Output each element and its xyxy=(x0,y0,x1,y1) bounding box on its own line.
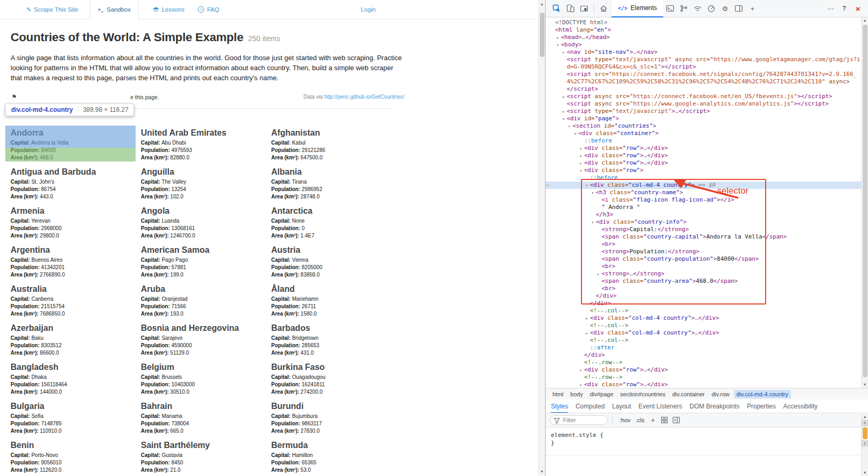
page-scrollbar-thumb[interactable] xyxy=(540,13,545,57)
expand-arrow-icon[interactable]: ▸ xyxy=(578,160,584,167)
collapse-arrow-icon[interactable]: ▾ xyxy=(584,182,590,189)
sources-icon[interactable] xyxy=(677,2,691,15)
dom-line[interactable]: ▸<div class="row">…</div> xyxy=(546,145,862,152)
scroll-down-icon[interactable]: ▼ xyxy=(862,382,868,387)
dom-line[interactable]: <br> xyxy=(546,285,862,292)
scroll-down-icon[interactable]: ▼ xyxy=(862,470,868,475)
data-source-link[interactable]: http://peric.github.io/GetCountries/ xyxy=(324,94,404,100)
devtools-scrollbar[interactable]: ▲ ▼ xyxy=(861,17,868,388)
expand-arrow-icon[interactable]: ▸ xyxy=(555,34,561,42)
expand-arrow-icon[interactable]: ▸ xyxy=(584,315,590,322)
dom-line[interactable]: ▾<section id="countries"> xyxy=(546,122,862,130)
dom-line[interactable]: <!--.col--> xyxy=(546,307,862,315)
device-toolbar-icon[interactable] xyxy=(564,2,577,15)
dom-line[interactable]: ▸<strong>…</strong> xyxy=(546,270,862,278)
dom-line[interactable]: ▾<body> xyxy=(546,41,862,49)
computed-sidebar-icon[interactable] xyxy=(670,415,682,425)
expand-arrow-icon[interactable]: ▸ xyxy=(560,49,567,56)
devtools-scrollbar-thumb[interactable] xyxy=(863,25,867,377)
expand-arrow-icon[interactable]: ▸ xyxy=(560,108,567,116)
dom-line[interactable]: ▸<div class="row">…</div> xyxy=(546,381,862,388)
dom-line[interactable]: ▾<div id="page"> xyxy=(546,115,862,122)
settings-gear-icon[interactable]: ⚙ xyxy=(718,2,732,15)
dom-line[interactable]: <span class="country-area">468.0</span> xyxy=(546,278,862,285)
dom-line[interactable]: </div> xyxy=(546,351,862,359)
scroll-down-icon[interactable]: ▼ xyxy=(539,469,545,474)
scroll-up-icon[interactable]: ▲ xyxy=(539,2,545,7)
dom-line[interactable]: ▾<h3 class="country-name"> xyxy=(546,189,862,196)
expand-arrow-icon[interactable]: ▸ xyxy=(584,330,590,337)
collapse-arrow-icon[interactable]: ▾ xyxy=(566,123,573,130)
dom-line[interactable]: d=G-09N5RQCFG4&cx=c&_slc=1"></script> xyxy=(546,63,862,71)
new-style-rule-button[interactable]: + xyxy=(651,416,655,424)
dom-line[interactable]: ▸<div class="col-md-4 country">…</div> xyxy=(546,315,862,322)
page-scrollbar[interactable]: ▲ ▼ xyxy=(538,0,545,476)
scroll-up-icon[interactable]: ▲ xyxy=(862,18,868,23)
dom-line[interactable]: <!--.row--> xyxy=(546,359,862,366)
tab-styles[interactable]: Styles xyxy=(551,399,568,413)
home-icon[interactable] xyxy=(597,2,611,15)
tab-layout[interactable]: Layout xyxy=(612,399,631,413)
dom-line[interactable]: ▾<div class="country-info"> xyxy=(546,218,862,226)
dom-line[interactable]: <span class="country-capital">Andorra la… xyxy=(546,233,862,241)
breadcrumb-item[interactable]: html xyxy=(550,390,566,398)
breadcrumb-item[interactable]: div.row xyxy=(709,390,732,398)
more-actions-dots-icon[interactable]: ⋯ xyxy=(546,182,550,189)
more-options-icon[interactable]: ⋯ xyxy=(824,2,837,15)
dom-line[interactable]: <strong>Capital:</strong> xyxy=(546,226,862,233)
tab-elements[interactable]: </> Elements xyxy=(612,0,663,17)
dom-line[interactable]: " Andorra " xyxy=(546,204,862,211)
nav-brand-link[interactable]: ✎ Scrape This Site xyxy=(26,6,78,13)
inspect-icon[interactable] xyxy=(550,2,564,15)
dom-line[interactable]: ::before xyxy=(546,174,862,182)
tab-event-listeners[interactable]: Event Listeners xyxy=(638,399,682,413)
breadcrumb-item[interactable]: body xyxy=(568,390,586,398)
dom-line[interactable]: ▸<div class="col-md-4 country">…</div> xyxy=(546,329,862,337)
styles-filter-input[interactable] xyxy=(550,415,608,425)
dom-line[interactable]: <!--.row--> xyxy=(546,374,862,381)
dom-line[interactable]: <strong>Population:</strong> xyxy=(546,248,862,255)
dom-line[interactable]: </div> xyxy=(546,292,862,300)
dom-line[interactable]: <script async src="https://www.google-an… xyxy=(546,100,862,108)
dom-line[interactable]: <!--.col--> xyxy=(546,322,862,329)
dom-line[interactable]: <!DOCTYPE html> xyxy=(546,19,862,26)
breadcrumb-item[interactable]: div.container xyxy=(670,390,708,398)
dom-line[interactable]: ▸<script async src="https://connect.face… xyxy=(546,93,862,100)
dom-line[interactable]: </div> xyxy=(546,300,862,307)
dom-line[interactable]: <span class="country-population">84000</… xyxy=(546,255,862,263)
breadcrumb-item[interactable]: div#page xyxy=(587,390,616,398)
add-tools-icon[interactable]: + xyxy=(746,2,759,15)
dom-line[interactable]: ::before xyxy=(546,137,862,145)
collapse-arrow-icon[interactable]: ▾ xyxy=(589,189,596,197)
scroll-up-icon[interactable]: ▲ xyxy=(862,414,868,420)
tab-properties[interactable]: Properties xyxy=(747,399,776,413)
expand-arrow-icon[interactable]: ▸ xyxy=(578,153,584,160)
styles-scrollbar[interactable]: ▲ 0 0 ▼ xyxy=(861,414,868,476)
dom-line[interactable]: ▸<head>…</head> xyxy=(546,34,862,41)
nav-item-lessons[interactable]: Lessons xyxy=(152,6,185,13)
dom-line[interactable]: </h3> xyxy=(546,211,862,218)
login-link[interactable]: Login xyxy=(361,6,376,13)
dom-line[interactable]: ::after xyxy=(546,344,862,351)
collapse-arrow-icon[interactable]: ▾ xyxy=(589,219,596,226)
expand-arrow-icon[interactable]: ▸ xyxy=(578,382,584,388)
dock-side-icon[interactable] xyxy=(732,2,746,15)
tab-computed[interactable]: Computed xyxy=(576,399,605,413)
expand-arrow-icon[interactable]: ▸ xyxy=(560,93,567,101)
nav-item-sandbox[interactable]: >_ Sandbox xyxy=(90,0,138,20)
dom-line[interactable]: ▸<nav id="site-nav">…</nav> xyxy=(546,49,862,56)
dom-line[interactable]: <br> xyxy=(546,263,862,270)
breadcrumb-item[interactable]: div.col-md-4.country xyxy=(734,390,791,398)
dom-line[interactable]: <script type="text/javascript" async src… xyxy=(546,56,862,63)
tab-accessibility[interactable]: Accessibility xyxy=(783,399,817,413)
expand-arrow-icon[interactable]: ▸ xyxy=(595,271,602,278)
dom-line[interactable]: <!--.col--> xyxy=(546,337,862,344)
dom-line[interactable]: 4%2C77%2C67%2C109%2C59%2C58%2C31%2C96%2C… xyxy=(546,78,862,85)
help-icon[interactable]: ? xyxy=(837,2,851,15)
dom-line[interactable]: ▾<div class="container"> xyxy=(546,130,862,137)
class-toggle-button[interactable]: .cls xyxy=(633,416,647,424)
styles-scrollbar-thumb[interactable] xyxy=(863,427,867,439)
dom-line[interactable]: <html lang="en"> xyxy=(546,26,862,34)
nav-item-faq[interactable]: ? FAQ xyxy=(198,6,219,13)
dom-line[interactable]: </script> xyxy=(546,85,862,93)
